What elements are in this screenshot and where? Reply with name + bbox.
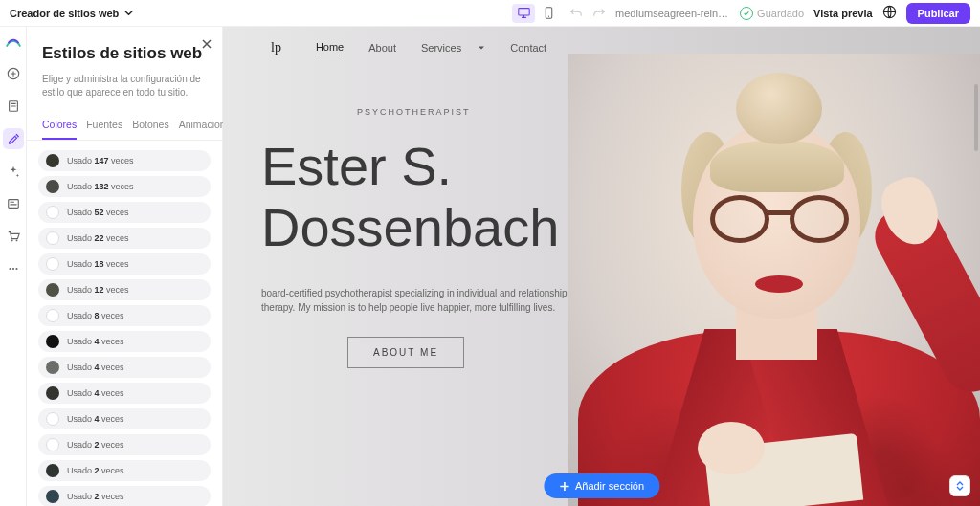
panel-description: Elige y administra la configuración de e…	[42, 73, 207, 99]
desktop-view-button[interactable]	[512, 4, 535, 23]
color-row[interactable]: Usado 12 veces	[38, 279, 211, 300]
color-swatch	[46, 464, 59, 477]
color-usage-label: Usado 4 veces	[67, 337, 124, 346]
styles-button[interactable]	[3, 128, 24, 149]
color-usage-label: Usado 4 veces	[67, 363, 124, 372]
plus-circle-icon	[7, 67, 20, 80]
tab-botones[interactable]: Botones	[132, 119, 169, 140]
form-icon	[7, 197, 20, 210]
color-row[interactable]: Usado 132 veces	[38, 176, 211, 197]
desktop-icon	[518, 7, 530, 19]
more-button[interactable]	[3, 258, 24, 279]
hero-image[interactable]	[568, 54, 980, 506]
check-circle-icon	[740, 7, 753, 20]
app-logo[interactable]	[5, 34, 22, 52]
color-row[interactable]: Usado 4 veces	[38, 383, 211, 404]
hero-section[interactable]: PSYCHOTHERAPIST Ester S. Dossenbach boar…	[223, 69, 606, 368]
plus-icon	[559, 481, 569, 492]
close-icon	[201, 38, 212, 50]
styles-icon	[7, 132, 20, 145]
nav-contact[interactable]: Contact	[510, 42, 546, 54]
color-list[interactable]: Usado 147 vecesUsado 132 vecesUsado 52 v…	[27, 141, 222, 506]
panel-tabs: Colores Fuentes Botones Animaciones	[27, 119, 222, 141]
close-panel-button[interactable]	[201, 36, 212, 54]
color-usage-label: Usado 22 veces	[67, 233, 129, 243]
color-row[interactable]: Usado 2 veces	[38, 434, 211, 455]
svg-point-8	[15, 240, 17, 242]
undo-icon[interactable]	[569, 7, 583, 20]
color-swatch	[46, 180, 59, 193]
builder-dropdown[interactable]: Creador de sitios web	[10, 8, 133, 19]
nav-about[interactable]: About	[368, 42, 396, 54]
color-swatch	[46, 412, 59, 426]
pages-button[interactable]	[3, 96, 24, 117]
scrollbar[interactable]	[974, 84, 978, 151]
mobile-view-button[interactable]	[537, 4, 560, 23]
color-swatch	[46, 231, 59, 245]
hero-cta-button[interactable]: ABOUT ME	[347, 337, 464, 368]
device-toggle	[512, 4, 560, 23]
color-row[interactable]: Usado 2 veces	[38, 460, 211, 481]
color-row[interactable]: Usado 22 veces	[38, 228, 211, 249]
sidebar-rail	[0, 27, 27, 506]
hero-title[interactable]: Ester S. Dossenbach	[261, 136, 606, 259]
color-usage-label: Usado 4 veces	[67, 414, 124, 424]
color-usage-label: Usado 12 veces	[67, 285, 129, 295]
preview-button[interactable]: Vista previa	[813, 8, 873, 19]
page-icon	[7, 99, 20, 113]
color-swatch	[46, 309, 59, 322]
panel-title: Estilos de sitios web	[42, 44, 207, 63]
chevron-down-icon	[124, 9, 133, 17]
ai-button[interactable]	[3, 161, 24, 182]
color-row[interactable]: Usado 147 veces	[38, 150, 211, 171]
add-section-label: Añadir sección	[575, 480, 644, 492]
redo-icon[interactable]	[592, 7, 606, 20]
color-swatch	[46, 335, 59, 348]
store-button[interactable]	[3, 226, 24, 247]
color-swatch	[46, 257, 59, 271]
dots-icon	[7, 262, 20, 275]
forms-button[interactable]	[3, 193, 24, 214]
site-url[interactable]: mediumseagreen-reindeer-4...	[615, 8, 730, 19]
site-brand-suffix: lp	[271, 40, 281, 55]
color-row[interactable]: Usado 4 veces	[38, 357, 211, 378]
color-swatch	[46, 154, 59, 167]
preview-canvas[interactable]: lp Home About Services Contact PSYCHOTHE…	[223, 27, 980, 506]
color-usage-label: Usado 52 veces	[67, 208, 129, 217]
hero-text[interactable]: board-certified psychotherapist speciali…	[261, 286, 568, 316]
topbar-right: mediumseagreen-reindeer-4... Guardado Vi…	[512, 3, 970, 24]
color-swatch	[46, 490, 59, 503]
svg-point-10	[11, 268, 13, 270]
scroll-control[interactable]	[949, 475, 970, 496]
color-swatch	[46, 438, 59, 451]
color-usage-label: Usado 18 veces	[67, 259, 129, 269]
add-element-button[interactable]	[3, 63, 24, 84]
color-row[interactable]: Usado 52 veces	[38, 202, 211, 223]
color-row[interactable]: Usado 18 veces	[38, 253, 211, 275]
nav-services[interactable]: Services	[421, 42, 485, 54]
mobile-icon	[543, 7, 555, 19]
color-usage-label: Usado 147 veces	[67, 156, 134, 165]
color-usage-label: Usado 4 veces	[67, 388, 124, 398]
color-row[interactable]: Usado 4 veces	[38, 408, 211, 429]
cart-icon	[7, 230, 20, 243]
publish-button[interactable]: Publicar	[906, 3, 970, 24]
builder-label: Creador de sitios web	[10, 8, 119, 19]
color-row[interactable]: Usado 4 veces	[38, 331, 211, 352]
tab-colores[interactable]: Colores	[42, 119, 77, 140]
svg-point-7	[11, 240, 12, 242]
saved-label: Guardado	[757, 8, 804, 19]
color-row[interactable]: Usado 8 veces	[38, 305, 211, 326]
globe-button[interactable]	[882, 5, 897, 21]
color-usage-label: Usado 2 veces	[67, 492, 124, 501]
tab-fuentes[interactable]: Fuentes	[86, 119, 122, 140]
svg-point-2	[548, 16, 549, 17]
globe-icon	[882, 5, 897, 19]
topbar: Creador de sitios web mediumseagreen-rei…	[0, 0, 980, 27]
nav-home[interactable]: Home	[316, 41, 344, 55]
svg-point-11	[15, 268, 17, 270]
color-row[interactable]: Usado 2 veces	[38, 486, 211, 506]
caret-down-icon	[478, 42, 485, 54]
color-usage-label: Usado 2 veces	[67, 440, 124, 450]
add-section-button[interactable]: Añadir sección	[544, 473, 659, 498]
